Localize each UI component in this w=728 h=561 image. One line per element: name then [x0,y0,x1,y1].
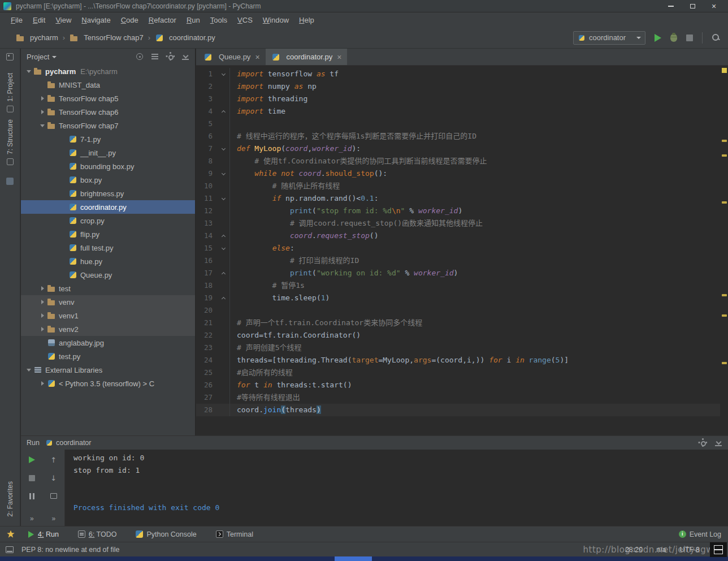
menu-window[interactable]: Window [258,14,294,26]
hide-panel-icon[interactable] [181,53,189,61]
tree-item-7-1-py[interactable]: 7-1.py [21,132,195,146]
breadcrumb-tensorflow-chap7[interactable]: TensorFlow chap7 [70,33,144,42]
caret-position[interactable]: 28:20 [625,546,643,554]
project-view-selector[interactable]: Project [27,53,49,61]
tree-item-brightness-py[interactable]: brightness.py [21,187,195,200]
toolwindow-button-6-todo[interactable]: 6: TODO [78,530,117,538]
fold-marker[interactable] [218,230,230,242]
code-line-15[interactable]: 15 else: [196,242,720,254]
ime-indicator-icon[interactable] [710,542,727,557]
code-line-9[interactable]: 9 while not coord.should_stop(): [196,167,720,180]
run-tab-coordinator[interactable]: coordinator [45,439,92,447]
close-button[interactable]: × [703,1,725,12]
code-line-7[interactable]: 7def MyLoop(coord,worker_id): [196,143,720,155]
code-line-27[interactable]: 27#等待所有线程退出 [196,391,720,404]
stop-button[interactable] [686,34,693,41]
gear-icon[interactable] [699,439,707,447]
menu-file[interactable]: File [6,14,28,26]
rerun-button[interactable] [27,455,36,464]
toolwindow-button-event-log[interactable]: Event Log [679,530,721,538]
close-tab-icon[interactable]: × [255,53,259,62]
soft-wrap-icon[interactable] [49,491,58,500]
menu-navigate[interactable]: Navigate [76,14,115,26]
chevron-down-icon[interactable] [24,64,33,78]
down-stack-trace-icon[interactable]: ↓ [49,473,58,482]
code-line-2[interactable]: 2import numpy as np [196,80,720,93]
maximize-button[interactable] [682,1,703,12]
menu-view[interactable]: View [50,14,76,26]
chevron-right-icon[interactable] [38,105,47,119]
code-line-25[interactable]: 25#启动所有的线程 [196,366,720,379]
warning-stripe-mark[interactable] [722,201,727,204]
code-line-11[interactable]: 11 if np.random.rand()<0.1: [196,192,720,205]
fold-marker[interactable] [218,143,230,155]
tree-item-mnist-data[interactable]: MNIST_data [21,78,195,92]
chevron-right-icon[interactable] [38,322,47,336]
code-line-4[interactable]: 4import time [196,105,720,118]
minimize-button[interactable] [660,1,682,12]
chevron-right-icon[interactable] [38,377,47,390]
code-line-1[interactable]: 1import tensorflow as tf [196,68,720,80]
warning-stripe-mark[interactable] [722,362,727,364]
tree-item-tensorflow-chap7[interactable]: TensorFlow chap7 [21,119,195,132]
breadcrumb-pycharm[interactable]: pycharm [16,33,58,42]
fold-marker[interactable] [218,192,230,205]
pause-output-button[interactable] [27,491,36,500]
fold-marker[interactable] [218,167,230,180]
tree-item-venv[interactable]: venv [21,295,195,309]
tree-item-init-py[interactable]: __init__.py [21,146,195,159]
stripe-button-1-project[interactable]: 1: Project [6,73,14,113]
tree-item-coordinator-py[interactable]: coordinator.py [21,200,195,214]
debug-button[interactable] [670,34,677,42]
menu-edit[interactable]: Edit [28,14,50,26]
close-tab-icon[interactable]: × [337,53,341,62]
favorites-star-icon[interactable] [7,530,15,538]
tree-item-full-test-py[interactable]: full test.py [21,241,195,254]
code-line-8[interactable]: 8 # 使用tf.Coordinator类提供的协同工具判断当前线程是否需要停止 [196,155,720,167]
tool-window-toggle-icon[interactable] [6,546,14,553]
toolwindow-button-python-console[interactable]: Python Console [136,530,196,538]
tree-item-hue-py[interactable]: hue.py [21,254,195,268]
code-line-16[interactable]: 16 # 打印当前线程的ID [196,254,720,267]
editor-tab-coordinator-py[interactable]: coordinator.py× [266,49,348,65]
chevron-down-icon[interactable] [24,363,33,377]
tree-item-python-3-5-tensorflow-c[interactable]: < Python 3.5 (tensorflow) > C [21,377,195,390]
code-line-21[interactable]: 21# 声明一个tf.train.Coordinator类来协同多个线程 [196,317,720,329]
editor-tab-queue-py[interactable]: Queue.py× [198,49,266,65]
menu-vcs[interactable]: VCS [232,14,258,26]
menu-refactor[interactable]: Refactor [144,14,181,26]
tree-item-venv2[interactable]: venv2 [21,322,195,336]
hide-panel-icon[interactable] [714,439,722,447]
warning-stripe-mark[interactable] [722,154,727,157]
code-line-14[interactable]: 14 coord.request_stop() [196,230,720,242]
tree-item-venv1[interactable]: venv1 [21,309,195,322]
chevron-down-icon[interactable] [38,119,47,132]
tool-window-quick-access-icon[interactable] [6,53,14,61]
fold-marker[interactable] [218,292,230,304]
code-line-12[interactable]: 12 print("stop from id: %d\n" % worker_i… [196,205,720,217]
stripe-button-2-favorites[interactable]: 2: Favorites [6,481,14,517]
chevron-right-icon[interactable] [38,92,47,105]
code-editor[interactable]: 1import tensorflow as tf2import numpy as… [196,66,720,435]
stripe-button-7-structure[interactable]: 7: Structure [6,119,14,165]
menu-code[interactable]: Code [116,14,144,26]
gear-icon[interactable] [166,53,174,61]
encoding-indicator[interactable]: UTF-8 [680,546,700,554]
menu-run[interactable]: Run [181,14,205,26]
code-line-17[interactable]: 17 print("working on id: %d" % worker_id… [196,267,720,279]
code-line-19[interactable]: 19 time.sleep(1) [196,292,720,304]
code-line-18[interactable]: 18 # 暂停1s [196,279,720,292]
tree-item-tensorflow-chap6[interactable]: TensorFlow chap6 [21,105,195,119]
tree-item-test-py[interactable]: test.py [21,349,195,363]
stripe-extra-icon[interactable] [6,178,14,185]
search-everywhere-icon[interactable] [712,33,720,42]
code-line-6[interactable]: 6# 线程中运行的程序，这个程序每隔1s判断是否需要停止并打印自己的ID [196,130,720,143]
code-line-26[interactable]: 26for t in threads:t.start() [196,379,720,391]
fold-marker[interactable] [218,68,230,80]
toolwindow-button-terminal[interactable]: Terminal [216,530,253,538]
tree-item-pycharm[interactable]: pycharmE:\pycharm [21,64,195,78]
chevron-right-icon[interactable] [38,309,47,322]
more-actions-icon[interactable]: » [51,515,55,523]
warning-stripe-mark[interactable] [722,140,727,142]
code-line-10[interactable]: 10 # 随机停止所有线程 [196,180,720,192]
